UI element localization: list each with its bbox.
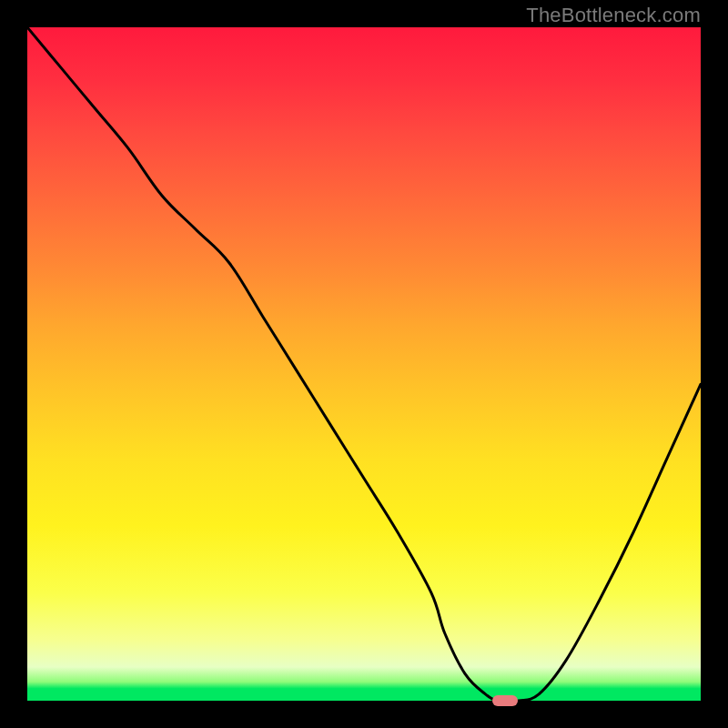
chart-background-gradient [27,27,701,701]
optimum-marker [492,695,518,706]
watermark-text: TheBottleneck.com [526,4,701,27]
chart-plot-area [27,27,701,701]
